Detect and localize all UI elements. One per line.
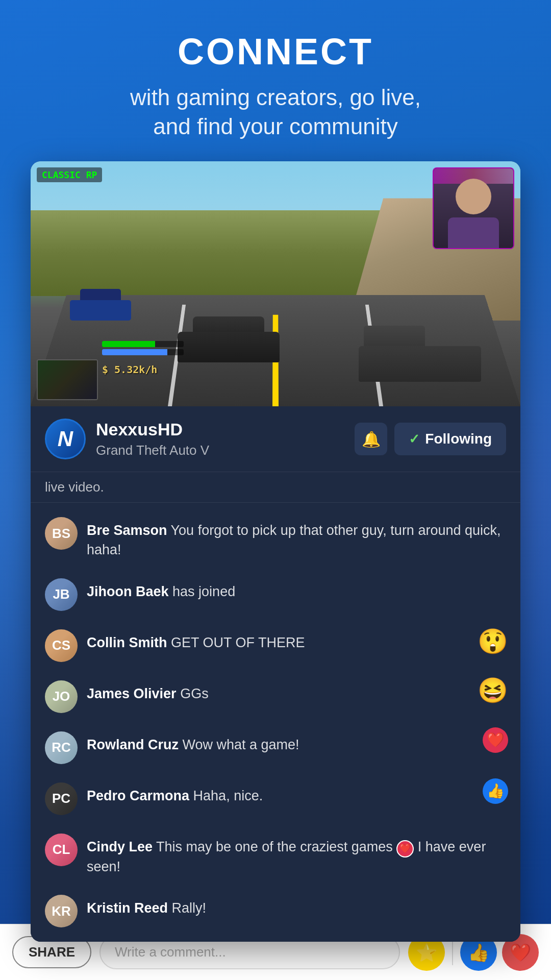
comment-item: CS Collin Smith GET OUT OF THERE 😲 (31, 620, 520, 671)
avatar: PC (45, 782, 78, 815)
comment-text: Kristin Reed Rally! (87, 895, 506, 918)
avatar: KR (45, 895, 78, 927)
avatar: RC (45, 731, 78, 764)
username: Cindy Lee (87, 839, 153, 854)
bell-button[interactable]: 🔔 (355, 423, 387, 455)
comment-text: Rowland Cruz Wow what a game! (87, 731, 506, 755)
comment-item: CL Cindy Lee This may be one of the craz… (31, 824, 520, 886)
person-face (456, 179, 491, 214)
streamer-details: NexxusHD Grand Theft Auto V (96, 420, 344, 458)
comment-text: Cindy Lee This may be one of the crazies… (87, 834, 506, 876)
health-bar (102, 341, 184, 347)
comment-item: JB Jihoon Baek has joined (31, 569, 520, 620)
webcam-overlay (433, 167, 514, 249)
reaction-emoji: 😲 (478, 627, 508, 656)
comment-body: This may be one of the craziest games (156, 839, 396, 854)
comment-item: BS Bre Samson You forgot to pick up that… (31, 508, 520, 569)
comment-body: Wow what a game! (183, 737, 299, 752)
username: Pedro Carmona (87, 788, 189, 803)
reaction-emoji: 😆 (478, 676, 508, 705)
like-icon: 👍 (468, 942, 489, 963)
live-text-bar: live video. (31, 472, 520, 503)
username: James Olivier (87, 686, 177, 701)
username: Jihoon Baek (87, 584, 169, 599)
following-button[interactable]: ✓ Following (394, 423, 506, 455)
comment-item: PC Pedro Carmona Haha, nice. 👍 (31, 773, 520, 824)
person-body (448, 217, 499, 248)
main-subtitle: with gaming creators, go live,and find y… (20, 83, 531, 141)
heart-reaction: ❤️ (483, 727, 508, 753)
more-icon: ❤️ (510, 942, 531, 963)
username: Bre Samson (87, 523, 167, 538)
minimap-inner (38, 360, 97, 399)
avatar-letter: N (58, 427, 73, 451)
health-fill (102, 341, 155, 347)
streamer-game: Grand Theft Auto V (96, 443, 344, 458)
comment-item: JO James Olivier GGs 😆 (31, 671, 520, 722)
comment-text: Collin Smith GET OUT OF THERE (87, 629, 506, 653)
avatar: BS (45, 517, 78, 550)
comments-list: BS Bre Samson You forgot to pick up that… (31, 503, 520, 942)
bell-icon: 🔔 (362, 430, 381, 448)
comment-item: RC Rowland Cruz Wow what a game! ❤️ (31, 722, 520, 773)
live-text: live video. (45, 479, 104, 495)
car-truck-body (359, 346, 481, 382)
armor-fill (102, 349, 167, 355)
stream-area[interactable]: CLASSIC RP $ 5.32k/h (31, 161, 520, 406)
car-truck (359, 331, 481, 382)
car-main (178, 322, 280, 362)
money-hud: $ 5.32k/h (102, 363, 157, 376)
comment-body: GET OUT OF THERE (171, 635, 305, 650)
health-bars (102, 341, 184, 355)
comment-body: GGs (180, 686, 209, 701)
minimap (37, 359, 98, 400)
comment-body: has joined (172, 584, 235, 599)
streamer-actions: 🔔 ✓ Following (355, 423, 506, 455)
comment-text: Jihoon Baek has joined (87, 578, 506, 602)
armor-bar (102, 349, 184, 355)
username: Kristin Reed (87, 900, 168, 916)
like-reaction: 👍 (483, 778, 508, 804)
streamer-name: NexxusHD (96, 420, 344, 439)
avatar: JB (45, 578, 78, 611)
car-small (70, 292, 131, 321)
username: Collin Smith (87, 635, 167, 650)
comment-body: Rally! (172, 900, 207, 916)
check-icon: ✓ (409, 431, 420, 447)
webcam-person (434, 168, 513, 248)
header-section: CONNECT with gaming creators, go live,an… (0, 0, 551, 161)
content-section: N NexxusHD Grand Theft Auto V 🔔 ✓ Follow… (31, 406, 520, 942)
comment-item: KR Kristin Reed Rally! (31, 886, 520, 937)
reaction-emoji: ❤️ (483, 727, 508, 753)
divider (452, 940, 453, 965)
avatar: CS (45, 629, 78, 662)
hud-label: CLASSIC RP (37, 167, 102, 182)
comment-body: Haha, nice. (193, 788, 263, 803)
comment-text: James Olivier GGs (87, 680, 506, 704)
following-label: Following (425, 431, 492, 447)
car-small-body (70, 300, 131, 321)
phone-card: CLASSIC RP $ 5.32k/h (31, 161, 520, 942)
main-title: CONNECT (20, 31, 531, 72)
streamer-avatar: N (45, 419, 86, 459)
comment-text: Bre Samson You forgot to pick up that ot… (87, 517, 506, 560)
streamer-info: N NexxusHD Grand Theft Auto V 🔔 ✓ Follow… (31, 406, 520, 472)
avatar: JO (45, 680, 78, 713)
username: Rowland Cruz (87, 737, 179, 752)
comment-text: Pedro Carmona Haha, nice. (87, 782, 506, 806)
reaction-inline: ❤️ (396, 840, 414, 857)
car-main-body (178, 332, 280, 362)
avatar: CL (45, 834, 78, 866)
heart-inline: ❤️ (396, 840, 414, 857)
star-icon: ⭐ (416, 942, 437, 963)
reaction-emoji: 👍 (483, 778, 508, 804)
